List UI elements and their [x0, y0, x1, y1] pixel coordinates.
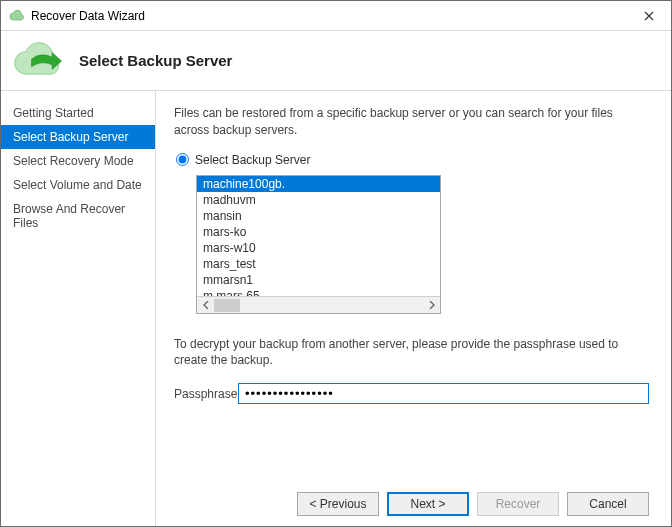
server-option[interactable]: mmarsn1: [197, 272, 440, 288]
sidebar-step-select-backup-server[interactable]: Select Backup Server: [1, 125, 155, 149]
server-option[interactable]: mars-w10: [197, 240, 440, 256]
title-bar: Recover Data Wizard: [1, 1, 671, 31]
horizontal-scrollbar[interactable]: [197, 296, 440, 313]
sidebar-step-select-volume-date[interactable]: Select Volume and Date: [1, 173, 155, 197]
scroll-thumb[interactable]: [214, 299, 240, 312]
window-title: Recover Data Wizard: [31, 9, 626, 23]
scroll-right-arrow-icon[interactable]: [423, 296, 440, 313]
app-cloud-icon: [9, 8, 25, 24]
server-listbox-container: machine100gb.madhuvmmansinmars-komars-w1…: [196, 175, 441, 314]
wizard-steps-sidebar: Getting Started Select Backup Server Sel…: [1, 91, 156, 526]
decrypt-note: To decrypt your backup from another serv…: [174, 336, 649, 370]
select-backup-server-radio[interactable]: [176, 153, 189, 166]
cloud-arrow-icon: [9, 39, 69, 83]
server-option[interactable]: machine100gb.: [197, 176, 440, 192]
server-option[interactable]: madhuvm: [197, 192, 440, 208]
page-title: Select Backup Server: [79, 52, 232, 69]
scroll-left-arrow-icon[interactable]: [197, 296, 214, 313]
passphrase-label: Passphrase:: [174, 387, 238, 401]
server-option[interactable]: mars_test: [197, 256, 440, 272]
server-option[interactable]: m mars 65: [197, 288, 440, 296]
wizard-header: Select Backup Server: [1, 31, 671, 91]
intro-text: Files can be restored from a specific ba…: [174, 105, 649, 139]
select-backup-server-radio-label: Select Backup Server: [195, 153, 310, 167]
recover-button[interactable]: Recover: [477, 492, 559, 516]
passphrase-input[interactable]: [238, 383, 649, 404]
server-option[interactable]: mars-ko: [197, 224, 440, 240]
cancel-button[interactable]: Cancel: [567, 492, 649, 516]
main-panel: Files can be restored from a specific ba…: [156, 91, 671, 526]
sidebar-step-browse-recover[interactable]: Browse And Recover Files: [1, 197, 155, 235]
previous-button[interactable]: < Previous: [297, 492, 379, 516]
passphrase-row: Passphrase:: [174, 383, 649, 404]
select-backup-server-radio-row: Select Backup Server: [174, 153, 649, 167]
server-option[interactable]: mansin: [197, 208, 440, 224]
scroll-track[interactable]: [214, 297, 423, 313]
server-listbox[interactable]: machine100gb.madhuvmmansinmars-komars-w1…: [197, 176, 440, 296]
sidebar-step-select-recovery-mode[interactable]: Select Recovery Mode: [1, 149, 155, 173]
next-button[interactable]: Next >: [387, 492, 469, 516]
wizard-footer: < Previous Next > Recover Cancel: [174, 482, 649, 516]
sidebar-step-getting-started[interactable]: Getting Started: [1, 101, 155, 125]
close-button[interactable]: [626, 1, 671, 30]
